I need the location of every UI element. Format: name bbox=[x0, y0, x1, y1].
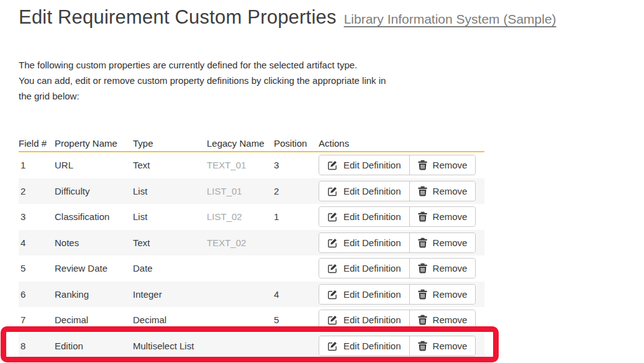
edit-definition-button[interactable]: Edit Definition bbox=[319, 182, 409, 201]
remove-label: Remove bbox=[433, 186, 468, 196]
edit-definition-label: Edit Definition bbox=[343, 212, 401, 221]
trash-icon bbox=[418, 263, 427, 273]
row-actions: Edit Definition Remove bbox=[319, 206, 476, 227]
cell-position: 4 bbox=[274, 289, 319, 300]
row-actions: Edit Definition Remove bbox=[319, 258, 476, 278]
trash-icon bbox=[418, 237, 427, 248]
column-header-property-name: Property Name bbox=[55, 138, 133, 149]
edit-definition-label: Edit Definition bbox=[343, 264, 401, 273]
table-row: 6 Ranking Integer 4 Edit Definition bbox=[19, 282, 484, 308]
remove-button[interactable]: Remove bbox=[409, 310, 476, 329]
trash-icon bbox=[418, 289, 427, 300]
page: Edit Requirement Custom PropertiesLibrar… bbox=[0, 0, 644, 359]
cell-type: List bbox=[133, 211, 207, 222]
remove-button[interactable]: Remove bbox=[409, 285, 476, 304]
cell-property-name: Notes bbox=[55, 237, 133, 248]
cell-field-number: 5 bbox=[19, 263, 55, 273]
edit-definition-button[interactable]: Edit Definition bbox=[319, 207, 409, 226]
cell-property-name: Decimal bbox=[55, 315, 133, 325]
row-actions: Edit Definition Remove bbox=[319, 336, 476, 356]
column-header-legacy-name: Legacy Name bbox=[207, 138, 274, 149]
cell-legacy-name: TEXT_01 bbox=[207, 160, 274, 170]
table-row: 5 Review Date Date Edit Definition bbox=[19, 255, 484, 282]
remove-label: Remove bbox=[433, 315, 468, 324]
cell-legacy-name: LIST_02 bbox=[207, 211, 274, 222]
table-row: 2 Difficulty List LIST_01 2 Edit Definit… bbox=[19, 178, 484, 204]
edit-icon bbox=[327, 211, 338, 222]
edit-definition-label: Edit Definition bbox=[343, 315, 401, 324]
edit-definition-label: Edit Definition bbox=[343, 186, 401, 196]
cell-field-number: 7 bbox=[19, 315, 55, 325]
edit-icon bbox=[327, 186, 338, 196]
trash-icon bbox=[418, 211, 427, 222]
cell-field-number: 1 bbox=[19, 160, 55, 170]
page-header: Edit Requirement Custom PropertiesLibrar… bbox=[19, 6, 644, 35]
cell-type: Integer bbox=[133, 289, 207, 300]
intro-line-1: The following custom properties are curr… bbox=[19, 57, 644, 73]
remove-button[interactable]: Remove bbox=[409, 155, 476, 175]
edit-definition-button[interactable]: Edit Definition bbox=[319, 310, 409, 329]
cell-type: Decimal bbox=[133, 315, 207, 325]
cell-position: 1 bbox=[274, 211, 319, 222]
cell-field-number: 3 bbox=[19, 211, 55, 222]
edit-definition-button[interactable]: Edit Definition bbox=[319, 259, 409, 278]
custom-properties-table: Field # Property Name Type Legacy Name P… bbox=[19, 135, 484, 359]
edit-definition-button[interactable]: Edit Definition bbox=[319, 336, 409, 356]
edit-definition-button[interactable]: Edit Definition bbox=[319, 155, 409, 175]
cell-field-number: 8 bbox=[19, 341, 55, 351]
cell-position: 2 bbox=[274, 186, 319, 196]
intro-text: The following custom properties are curr… bbox=[19, 57, 644, 104]
row-actions: Edit Definition Remove bbox=[319, 155, 476, 175]
cell-type: Date bbox=[133, 263, 207, 273]
cell-field-number: 2 bbox=[19, 186, 55, 196]
trash-icon bbox=[418, 186, 427, 196]
remove-button[interactable]: Remove bbox=[409, 182, 476, 201]
remove-label: Remove bbox=[433, 341, 468, 351]
edit-icon bbox=[327, 289, 338, 300]
edit-icon bbox=[327, 160, 338, 170]
column-header-field-number: Field # bbox=[19, 138, 55, 149]
remove-button[interactable]: Remove bbox=[409, 233, 476, 252]
project-link[interactable]: Library Information System (Sample) bbox=[344, 12, 556, 26]
remove-button[interactable]: Remove bbox=[409, 336, 476, 356]
table-row: 1 URL Text TEXT_01 3 Edit Definition bbox=[19, 152, 484, 178]
table-row: 3 Classification List LIST_02 1 Edit Def… bbox=[19, 204, 484, 230]
cell-type: Multiselect List bbox=[133, 341, 207, 351]
cell-field-number: 6 bbox=[19, 289, 55, 300]
table-row: 8 Edition Multiselect List Edit Definiti… bbox=[19, 333, 484, 359]
cell-type: Text bbox=[133, 160, 207, 170]
edit-icon bbox=[327, 237, 338, 248]
remove-label: Remove bbox=[433, 238, 468, 247]
cell-legacy-name: LIST_01 bbox=[207, 186, 274, 196]
table-row: 7 Decimal Decimal 5 Edit Definition bbox=[19, 307, 484, 333]
edit-icon bbox=[327, 315, 338, 325]
intro-line-2: You can add, edit or remove custom prope… bbox=[19, 73, 644, 88]
remove-label: Remove bbox=[433, 290, 468, 299]
table-row: 4 Notes Text TEXT_02 Edit Definition bbox=[19, 230, 484, 256]
intro-line-3: the grid below: bbox=[19, 88, 644, 104]
column-header-actions: Actions bbox=[319, 138, 484, 149]
edit-definition-button[interactable]: Edit Definition bbox=[319, 233, 409, 252]
row-actions: Edit Definition Remove bbox=[319, 310, 476, 330]
trash-icon bbox=[418, 315, 427, 325]
remove-button[interactable]: Remove bbox=[409, 207, 476, 226]
cell-property-name: Review Date bbox=[55, 263, 133, 273]
edit-icon bbox=[327, 263, 338, 273]
edit-definition-button[interactable]: Edit Definition bbox=[319, 285, 409, 304]
cell-property-name: Classification bbox=[55, 211, 133, 222]
column-header-type: Type bbox=[133, 138, 207, 149]
cell-property-name: Edition bbox=[55, 341, 133, 351]
table-body: 1 URL Text TEXT_01 3 Edit Definition bbox=[19, 152, 484, 359]
cell-position: 5 bbox=[274, 315, 319, 325]
row-actions: Edit Definition Remove bbox=[319, 284, 476, 305]
cell-type: List bbox=[133, 186, 207, 196]
remove-button[interactable]: Remove bbox=[409, 259, 476, 278]
cell-property-name: Difficulty bbox=[55, 186, 133, 196]
cell-position: 3 bbox=[274, 160, 319, 170]
edit-icon bbox=[327, 341, 338, 351]
table-header-row: Field # Property Name Type Legacy Name P… bbox=[19, 135, 484, 152]
cell-property-name: URL bbox=[55, 160, 133, 170]
row-actions: Edit Definition Remove bbox=[319, 232, 476, 253]
row-actions: Edit Definition Remove bbox=[319, 181, 476, 201]
cell-type: Text bbox=[133, 237, 207, 248]
